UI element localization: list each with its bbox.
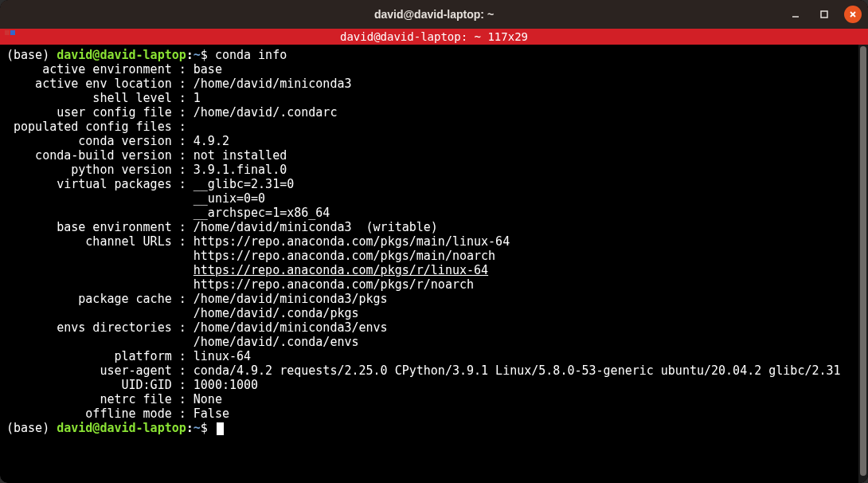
info-channel_urls-3: https://repo.anaconda.com/pkgs/r/noarch [6, 277, 852, 292]
scrollbar-thumb[interactable] [860, 46, 866, 476]
dimension-text: david@david-laptop: ~ 117x29 [340, 30, 528, 43]
cursor [217, 422, 224, 435]
info-uid_gid: UID:GID : 1000:1000 [6, 378, 852, 392]
prompt-line-2: (base) david@david-laptop:~$ [6, 421, 852, 435]
info-channel_urls-2: https://repo.anaconda.com/pkgs/r/linux-6… [6, 263, 852, 277]
info-active_environment: active environment : base [6, 62, 852, 77]
terminal-area: (base) david@david-laptop:~$ conda info … [0, 45, 868, 483]
info-channel_urls-1: https://repo.anaconda.com/pkgs/main/noar… [6, 249, 852, 263]
terminal-output[interactable]: (base) david@david-laptop:~$ conda info … [0, 45, 858, 483]
minimize-button[interactable] [787, 6, 804, 23]
info-shell_level: shell level : 1 [6, 91, 852, 105]
info-populated_config_files: populated config files : [6, 120, 852, 134]
svg-rect-1 [821, 11, 827, 18]
terminal-window: david@david-laptop: ~ david@david-laptop… [0, 0, 868, 483]
window-controls [787, 0, 862, 29]
info-virtual_packages-1: __unix=0=0 [6, 191, 852, 206]
scrollbar[interactable] [858, 45, 868, 483]
titlebar[interactable]: david@david-laptop: ~ [0, 0, 868, 29]
info-user_agent: user-agent : conda/4.9.2 requests/2.25.0… [6, 363, 852, 378]
info-package_cache-0: package cache : /home/david/miniconda3/p… [6, 292, 852, 306]
info-conda_version: conda version : 4.9.2 [6, 134, 852, 148]
info-netrc_file: netrc file : None [6, 392, 852, 406]
info-platform: platform : linux-64 [6, 349, 852, 363]
info-active_env_location: active env location : /home/david/minico… [6, 77, 852, 91]
info-user_config_file: user config file : /home/david/.condarc [6, 105, 852, 120]
window-title: david@david-laptop: ~ [374, 8, 494, 21]
info-python_version: python version : 3.9.1.final.0 [6, 163, 852, 177]
maximize-button[interactable] [815, 6, 833, 23]
close-button[interactable] [844, 6, 862, 23]
info-channel_urls-0: channel URLs : https://repo.anaconda.com… [6, 234, 852, 249]
info-conda_build_version: conda-build version : not installed [6, 148, 852, 163]
info-offline_mode: offline mode : False [6, 406, 852, 421]
info-envs_directories-1: /home/david/.conda/envs [6, 335, 852, 349]
dimension-bar: david@david-laptop: ~ 117x29 [0, 29, 868, 45]
info-envs_directories-0: envs directories : /home/david/miniconda… [6, 320, 852, 335]
info-virtual_packages-2: __archspec=1=x86_64 [6, 206, 852, 220]
prompt-line: (base) david@david-laptop:~$ conda info [6, 48, 852, 62]
info-base_environment: base environment : /home/david/miniconda… [6, 220, 852, 234]
info-virtual_packages-0: virtual packages : __glibc=2.31=0 [6, 177, 852, 191]
dim-bar-icon [5, 30, 15, 35]
info-package_cache-1: /home/david/.conda/pkgs [6, 306, 852, 320]
